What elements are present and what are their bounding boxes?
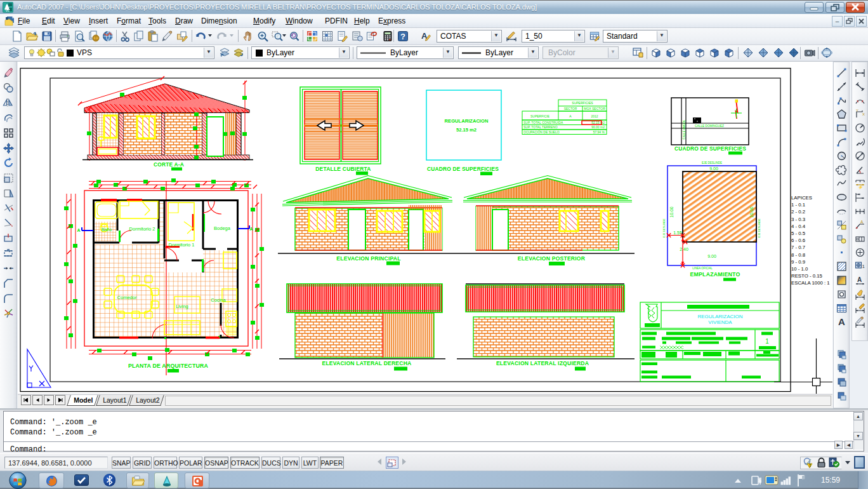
svg-text:ELEVACION LATERAL IZQUIERDA: ELEVACION LATERAL IZQUIERDA xyxy=(496,360,589,366)
svg-text:EMPLAZAMIENTO: EMPLAZAMIENTO xyxy=(690,271,740,278)
svg-text:MGX SECTOR: MGX SECTOR xyxy=(584,107,605,111)
svg-text:2 - 0.2: 2 - 0.2 xyxy=(791,209,805,215)
svg-text:1 - 0.1: 1 - 0.1 xyxy=(791,202,805,208)
svg-text:10 - 1.0: 10 - 1.0 xyxy=(791,266,808,272)
svg-text:52.15 m2: 52.15 m2 xyxy=(456,127,477,133)
svg-text:EJE DESLINDE: EJE DESLINDE xyxy=(758,218,761,238)
svg-text:9 - 0.9: 9 - 0.9 xyxy=(791,259,805,265)
svg-text:9.00: 9.00 xyxy=(707,254,716,258)
svg-text:EJE DESLINDE: EJE DESLINDE xyxy=(702,161,722,164)
svg-text:?: ? xyxy=(400,32,405,41)
svg-text:2012: 2012 xyxy=(591,114,598,118)
svg-text:A: A xyxy=(857,276,862,283)
svg-text:Y: Y xyxy=(856,109,858,112)
svg-text:5 - 0.5: 5 - 0.5 xyxy=(791,231,806,236)
svg-text:DETALLE CUBIERTA: DETALLE CUBIERTA xyxy=(315,166,371,172)
svg-text:⚡: ⚡ xyxy=(858,184,864,190)
svg-text:RESTO - 0.15: RESTO - 0.15 xyxy=(791,273,822,279)
svg-text:A: A xyxy=(77,228,80,232)
svg-text:!: ! xyxy=(810,463,811,467)
svg-text:Cocina: Cocina xyxy=(211,297,226,303)
svg-text:9.00: 9.00 xyxy=(709,166,718,171)
svg-text:ESCALA 1000 : 1: ESCALA 1000 : 1 xyxy=(791,280,830,286)
svg-text:8 - 0.8: 8 - 0.8 xyxy=(791,252,805,258)
svg-text:REGULARIZACION: REGULARIZACION xyxy=(445,118,489,124)
svg-text:Comedor: Comedor xyxy=(117,295,137,300)
svg-text:VIVIENDA: VIVIENDA xyxy=(708,319,732,325)
svg-text:CALLE DOMINGUEZ: CALLE DOMINGUEZ xyxy=(695,124,724,128)
svg-text:REGULARIZACION: REGULARIZACION xyxy=(697,314,742,319)
svg-text:SUPERFICIE: SUPERFICIE xyxy=(530,114,550,118)
svg-text:X: X xyxy=(862,112,865,116)
svg-text:CUADRO DE SUPERFICIES: CUADRO DE SUPERFICIES xyxy=(674,145,746,152)
svg-text:Dormitorio 2: Dormitorio 2 xyxy=(129,226,155,232)
svg-text:Living: Living xyxy=(176,304,188,309)
svg-text:1: 1 xyxy=(765,338,769,345)
svg-text:LINEA OFICIAL: LINEA OFICIAL xyxy=(692,267,713,270)
svg-text:10.00: 10.00 xyxy=(669,206,674,218)
svg-text:4 - 0.4: 4 - 0.4 xyxy=(791,224,806,229)
svg-text:SUP. TOTAL CONSTRUIDA: SUP. TOTAL CONSTRUIDA xyxy=(523,121,563,124)
svg-text:ELEVACION POSTERIOR: ELEVACION POSTERIOR xyxy=(518,255,586,262)
svg-text:SUP. TOTAL TERRENO: SUP. TOTAL TERRENO xyxy=(523,125,558,129)
svg-text:ELEVACION PRINCIPAL: ELEVACION PRINCIPAL xyxy=(336,255,400,262)
svg-text:A: A xyxy=(569,114,572,118)
svg-text:Bodega: Bodega xyxy=(214,225,231,231)
svg-text:LAPICES: LAPICES xyxy=(791,195,812,201)
svg-text:90.00 m2: 90.00 m2 xyxy=(591,125,605,129)
svg-text:1: 1 xyxy=(862,264,865,269)
svg-text:EJE DESLINDE: EJE DESLINDE xyxy=(662,218,666,238)
svg-text:ELEVACION LATERAL DERECHA: ELEVACION LATERAL DERECHA xyxy=(322,360,411,366)
svg-text:10.00: 10.00 xyxy=(749,206,754,218)
svg-text:7 - 0.7: 7 - 0.7 xyxy=(791,245,805,250)
svg-text:A: A xyxy=(838,316,845,327)
svg-text:CORTE A-A: CORTE A-A xyxy=(154,161,184,168)
svg-text:1.55: 1.55 xyxy=(673,231,682,235)
svg-text:Dormitorio 1: Dormitorio 1 xyxy=(169,242,195,248)
svg-text:6 - 0.6: 6 - 0.6 xyxy=(791,238,805,243)
svg-text:A: A xyxy=(860,220,864,224)
svg-text:2.40: 2.40 xyxy=(680,247,688,251)
svg-text:3 - 0.3: 3 - 0.3 xyxy=(791,217,805,222)
svg-text:SECTOR: SECTOR xyxy=(564,107,577,111)
svg-text:SUPERFICIES: SUPERFICIES xyxy=(572,101,593,105)
svg-text:CUADRO DE SUPERFICIES: CUADRO DE SUPERFICIES xyxy=(427,166,499,172)
svg-text:OCUPACIÓN DE SUELO: OCUPACIÓN DE SUELO xyxy=(523,130,560,134)
svg-text:Baño: Baño xyxy=(102,227,112,232)
svg-text:CALLE ANGOL: CALLE ANGOL xyxy=(683,119,686,140)
svg-text:PLANTA DE ARQUITECTURA: PLANTA DE ARQUITECTURA xyxy=(128,363,209,369)
svg-text:A: A xyxy=(249,227,253,231)
svg-text:57.94 %: 57.94 % xyxy=(593,130,605,134)
